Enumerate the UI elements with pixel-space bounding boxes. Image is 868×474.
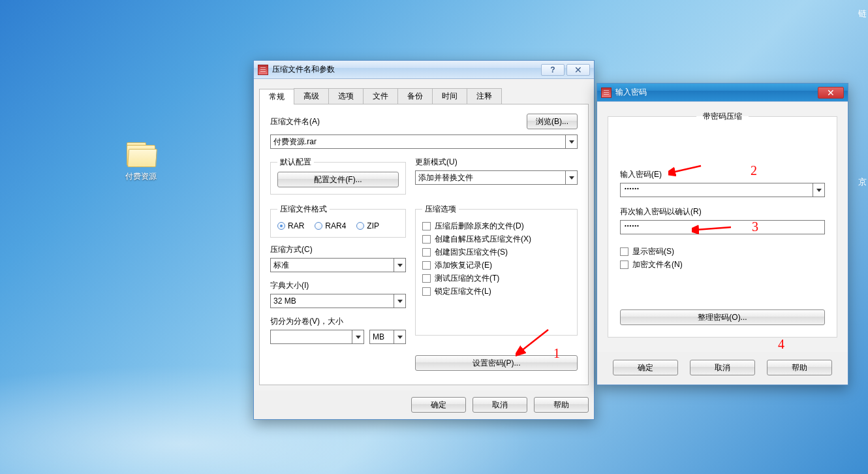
volume-unit-combo[interactable]: MB bbox=[369, 330, 406, 344]
annotation-2: 2 bbox=[751, 163, 757, 178]
format-legend: 压缩文件格式 bbox=[277, 204, 330, 215]
volume-size-input[interactable] bbox=[270, 330, 364, 344]
default-profile-legend: 默认配置 bbox=[277, 157, 314, 168]
tab-general[interactable]: 常规 bbox=[259, 89, 294, 104]
tab-options[interactable]: 选项 bbox=[328, 88, 364, 104]
reenter-password-label: 再次输入密码以确认(R) bbox=[620, 207, 702, 216]
chevron-down-icon[interactable] bbox=[394, 259, 405, 272]
password-confirm-value: •••••• bbox=[625, 223, 640, 229]
tab-advanced[interactable]: 高级 bbox=[294, 88, 329, 104]
desktop-folder[interactable]: 付费资源 bbox=[117, 142, 164, 182]
chevron-down-icon[interactable] bbox=[352, 330, 364, 343]
edge-text-mid: 京 bbox=[858, 176, 867, 188]
checkbox-icon bbox=[422, 248, 431, 257]
archive-name-label: 压缩文件名(A) bbox=[270, 116, 320, 127]
tab-backup[interactable]: 备份 bbox=[397, 88, 433, 104]
method-combo[interactable]: 标准 bbox=[270, 258, 406, 272]
update-mode-label: 更新模式(U) bbox=[415, 157, 457, 166]
close-button[interactable]: ✕ bbox=[818, 87, 844, 99]
password-input[interactable]: •••••• bbox=[620, 183, 825, 197]
close-button[interactable]: ✕ bbox=[566, 64, 590, 76]
password-group: 带密码压缩 输入密码(E) •••••• 再次输入密码以确认(R) ••••••… bbox=[608, 111, 837, 338]
browse-button[interactable]: 浏览(B)... bbox=[527, 114, 578, 129]
folder-icon bbox=[125, 142, 157, 168]
opt-lock[interactable]: 锁定压缩文件(L) bbox=[422, 286, 570, 297]
password-dialog: 输入密码 ✕ 带密码压缩 输入密码(E) •••••• 再次输入密码以确认(R)… bbox=[597, 83, 848, 385]
format-group: 压缩文件格式 RAR RAR4 ZIP bbox=[270, 204, 406, 238]
chevron-down-icon[interactable] bbox=[394, 330, 405, 343]
show-password-checkbox[interactable]: 显示密码(S) bbox=[620, 246, 825, 257]
tab-time[interactable]: 时间 bbox=[432, 88, 467, 104]
opt-recovery[interactable]: 添加恢复记录(E) bbox=[422, 260, 570, 271]
chevron-down-icon[interactable] bbox=[394, 294, 405, 308]
radio-icon bbox=[277, 222, 285, 230]
dict-value: 32 MB bbox=[273, 296, 296, 306]
organize-passwords-button[interactable]: 整理密码(O)... bbox=[620, 309, 825, 325]
format-zip[interactable]: ZIP bbox=[356, 221, 379, 230]
format-rar[interactable]: RAR bbox=[277, 221, 304, 230]
opt-test[interactable]: 测试压缩的文件(T) bbox=[422, 273, 570, 284]
window-title: 输入密码 bbox=[615, 87, 647, 98]
chevron-down-icon[interactable] bbox=[813, 183, 824, 197]
winrar-icon bbox=[258, 65, 268, 75]
checkbox-icon bbox=[620, 261, 628, 269]
checkbox-icon bbox=[422, 274, 431, 283]
opt-sfx[interactable]: 创建自解压格式压缩文件(X) bbox=[422, 234, 570, 245]
chevron-down-icon[interactable] bbox=[565, 135, 577, 148]
dict-combo[interactable]: 32 MB bbox=[270, 294, 406, 308]
window-title: 压缩文件名和参数 bbox=[272, 64, 335, 75]
password-confirm-input[interactable]: •••••• bbox=[620, 220, 825, 234]
profiles-button[interactable]: 配置文件(F)... bbox=[277, 172, 399, 187]
checkbox-icon bbox=[620, 247, 628, 256]
winrar-icon bbox=[601, 87, 612, 98]
options-group: 压缩选项 压缩后删除原来的文件(D) 创建自解压格式压缩文件(X) 创建固实压缩… bbox=[415, 204, 578, 336]
annotation-4: 4 bbox=[778, 337, 784, 352]
enter-password-label: 输入密码(E) bbox=[620, 170, 662, 179]
titlebar[interactable]: 压缩文件名和参数 ? ✕ bbox=[254, 61, 594, 79]
format-rar4[interactable]: RAR4 bbox=[315, 221, 346, 230]
dict-label: 字典大小(I) bbox=[270, 281, 309, 290]
update-mode-combo[interactable]: 添加并替换文件 bbox=[415, 170, 578, 185]
archive-name-value: 付费资源.rar bbox=[273, 136, 317, 148]
tab-comment[interactable]: 注释 bbox=[467, 88, 502, 104]
opt-delete-after[interactable]: 压缩后删除原来的文件(D) bbox=[422, 221, 570, 232]
update-mode-value: 添加并替换文件 bbox=[418, 172, 473, 183]
help-button[interactable]: 帮助 bbox=[767, 360, 832, 375]
tab-files[interactable]: 文件 bbox=[363, 88, 398, 104]
checkbox-icon bbox=[422, 235, 431, 244]
ok-button[interactable]: 确定 bbox=[411, 397, 466, 413]
archive-params-dialog: 压缩文件名和参数 ? ✕ 常规 高级 选项 文件 备份 时间 注释 压缩文件名(… bbox=[253, 60, 595, 420]
volume-unit-value: MB bbox=[373, 332, 384, 341]
checkbox-icon bbox=[422, 287, 431, 296]
password-value: •••••• bbox=[625, 185, 640, 191]
cancel-button[interactable]: 取消 bbox=[473, 397, 527, 413]
annotation-3: 3 bbox=[752, 219, 758, 234]
archive-name-input[interactable]: 付费资源.rar bbox=[270, 134, 578, 149]
checkbox-icon bbox=[422, 222, 431, 230]
help-titlebar-button[interactable]: ? bbox=[541, 64, 565, 76]
password-legend: 带密码压缩 bbox=[696, 111, 749, 122]
method-label: 压缩方式(C) bbox=[270, 245, 313, 254]
edge-text-top: 链 bbox=[858, 8, 867, 20]
chevron-down-icon[interactable] bbox=[565, 171, 577, 184]
desktop-folder-label: 付费资源 bbox=[117, 171, 164, 182]
options-legend: 压缩选项 bbox=[422, 204, 459, 215]
default-profile-group: 默认配置 配置文件(F)... bbox=[270, 157, 406, 195]
ok-button[interactable]: 确定 bbox=[613, 360, 678, 375]
volume-label: 切分为分卷(V)，大小 bbox=[270, 317, 343, 326]
titlebar[interactable]: 输入密码 ✕ bbox=[597, 84, 848, 102]
help-button[interactable]: 帮助 bbox=[534, 397, 589, 413]
encrypt-filenames-checkbox[interactable]: 加密文件名(N) bbox=[620, 259, 825, 270]
opt-solid[interactable]: 创建固实压缩文件(S) bbox=[422, 247, 570, 258]
radio-icon bbox=[315, 222, 322, 230]
method-value: 标准 bbox=[273, 260, 289, 271]
cancel-button[interactable]: 取消 bbox=[690, 360, 755, 375]
radio-icon bbox=[356, 222, 364, 230]
checkbox-icon bbox=[422, 261, 431, 270]
tabs: 常规 高级 选项 文件 备份 时间 注释 bbox=[259, 88, 589, 104]
annotation-1: 1 bbox=[553, 346, 560, 361]
